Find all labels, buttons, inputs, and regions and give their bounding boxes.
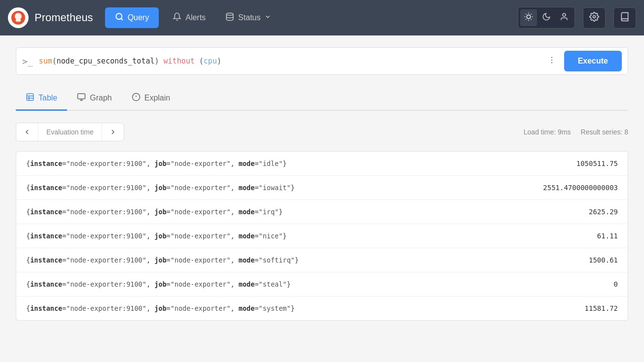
result-labels: {instance="node-exporter:9100", job="nod… xyxy=(26,232,286,240)
search-icon xyxy=(115,12,124,23)
svg-line-8 xyxy=(526,14,526,14)
theme-light-button[interactable] xyxy=(520,9,537,26)
app-title: Prometheus xyxy=(35,11,93,24)
svg-line-12 xyxy=(526,19,526,20)
table-row: {instance="node-exporter:9100", job="nod… xyxy=(16,272,628,296)
load-time: Load time: 9ms xyxy=(524,128,571,136)
svg-line-9 xyxy=(531,19,532,20)
tab-table[interactable]: Table xyxy=(16,87,67,111)
svg-rect-19 xyxy=(27,94,34,100)
user-icon-button[interactable] xyxy=(556,9,572,26)
tabs: Table Graph Explain xyxy=(16,87,628,111)
svg-rect-23 xyxy=(78,94,85,99)
tab-explain[interactable]: Explain xyxy=(122,87,180,111)
result-value: 1500.61 xyxy=(589,256,618,264)
eval-prev-button[interactable] xyxy=(16,123,38,141)
eval-bar: Evaluation time Load time: 9ms Result se… xyxy=(16,123,628,141)
result-labels: {instance="node-exporter:9100", job="nod… xyxy=(26,304,295,312)
tab-graph[interactable]: Graph xyxy=(67,87,121,111)
result-series: Result series: 8 xyxy=(581,128,628,136)
query-more-button[interactable] xyxy=(543,54,560,69)
result-labels: {instance="node-exporter:9100", job="nod… xyxy=(26,184,295,192)
eval-time-label: Evaluation time xyxy=(38,123,102,141)
moon-icon xyxy=(542,12,551,23)
result-labels: {instance="node-exporter:9100", job="nod… xyxy=(26,280,291,288)
alerts-nav-button[interactable]: Alerts xyxy=(167,8,212,27)
query-bar: >_ sum(node_cpu_seconds_total) without (… xyxy=(16,47,628,75)
eval-meta: Load time: 9ms Result series: 8 xyxy=(524,128,628,136)
query-prompt: >_ xyxy=(22,56,33,66)
result-labels: {instance="node-exporter:9100", job="nod… xyxy=(26,256,299,264)
settings-icon xyxy=(589,12,599,24)
user-icon xyxy=(560,12,569,23)
book-icon xyxy=(620,12,630,24)
result-value: 11581.72 xyxy=(585,304,618,312)
info-icon xyxy=(132,93,141,103)
svg-line-13 xyxy=(531,14,532,14)
book-button[interactable] xyxy=(613,7,636,29)
table-icon xyxy=(26,93,35,103)
svg-point-14 xyxy=(563,13,566,16)
result-value: 2551.4700000000003 xyxy=(543,184,618,192)
svg-point-18 xyxy=(551,62,552,63)
svg-point-4 xyxy=(226,13,233,16)
table-row: {instance="node-exporter:9100", job="nod… xyxy=(16,224,628,248)
svg-point-17 xyxy=(551,59,552,60)
eval-next-button[interactable] xyxy=(102,123,124,141)
eval-time-selector: Evaluation time xyxy=(16,123,124,141)
query-nav-button[interactable]: Query xyxy=(105,7,159,28)
sun-icon xyxy=(524,12,533,23)
database-icon xyxy=(225,12,234,23)
navbar: Prometheus Query Alerts Status xyxy=(0,0,644,35)
svg-point-2 xyxy=(116,13,122,19)
result-labels: {instance="node-exporter:9100", job="nod… xyxy=(26,208,283,216)
svg-line-3 xyxy=(121,18,122,20)
app-logo xyxy=(8,7,29,28)
result-value: 1050511.75 xyxy=(576,160,618,167)
result-value: 61.11 xyxy=(597,232,618,240)
brand[interactable]: Prometheus xyxy=(8,7,93,28)
theme-dark-button[interactable] xyxy=(538,9,555,26)
table-row: {instance="node-exporter:9100", job="nod… xyxy=(16,248,628,272)
table-row: {instance="node-exporter:9100", job="nod… xyxy=(16,296,628,320)
status-nav-button[interactable]: Status xyxy=(219,8,277,27)
svg-point-15 xyxy=(593,15,596,18)
query-expression[interactable]: sum(node_cpu_seconds_total) without (cpu… xyxy=(37,52,543,70)
table-row: {instance="node-exporter:9100", job="nod… xyxy=(16,176,628,200)
execute-button[interactable]: Execute xyxy=(564,51,622,71)
table-row: {instance="node-exporter:9100", job="nod… xyxy=(16,152,628,176)
chevron-down-icon xyxy=(264,13,271,22)
result-labels: {instance="node-exporter:9100", job="nod… xyxy=(26,160,286,167)
table-row: {instance="node-exporter:9100", job="nod… xyxy=(16,200,628,224)
results-table: {instance="node-exporter:9100", job="nod… xyxy=(16,151,628,321)
settings-button[interactable] xyxy=(583,7,606,29)
svg-point-16 xyxy=(551,57,552,58)
main-content: >_ sum(node_cpu_seconds_total) without (… xyxy=(0,35,644,362)
svg-point-1 xyxy=(16,20,20,22)
bell-icon xyxy=(173,12,181,23)
result-value: 0 xyxy=(614,280,618,288)
graph-icon xyxy=(77,93,86,103)
theme-toggle xyxy=(518,7,575,29)
svg-point-5 xyxy=(527,15,531,19)
result-value: 2625.29 xyxy=(589,208,618,216)
